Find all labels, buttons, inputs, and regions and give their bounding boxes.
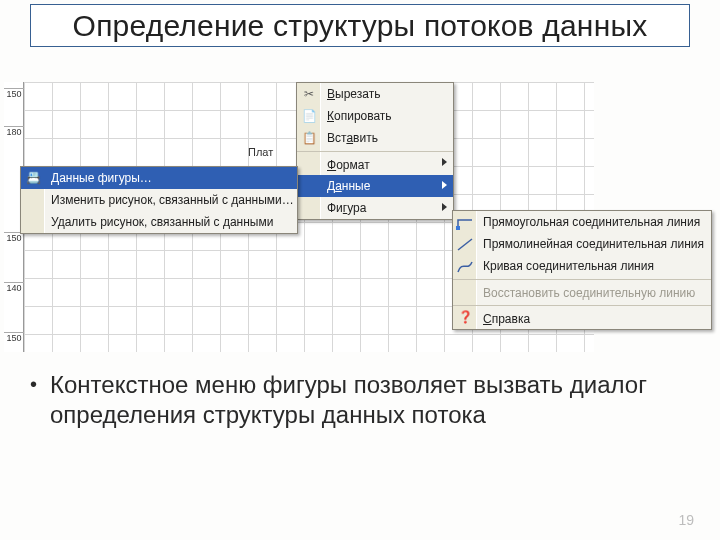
help-icon: ❓	[457, 309, 473, 325]
menu-item-label: Изменить рисунок, связанный с данными…	[51, 193, 294, 207]
menu-item-label: Справка	[483, 312, 530, 326]
submenu-item-delete-picture[interactable]: Удалить рисунок, связанный с данными	[21, 211, 297, 233]
menu-item-label: Фигура	[327, 201, 366, 215]
screenshot-area: 150 180 150 140 150 Плат ✂ Вырезать 📄 Ко…	[4, 82, 594, 352]
submenu-item-edit-picture[interactable]: Изменить рисунок, связанный с данными…	[21, 189, 297, 211]
menu-item-label: Прямоугольная соединительная линия	[483, 215, 700, 229]
menu-item-cut[interactable]: ✂ Вырезать	[297, 83, 453, 105]
submenu-item-straight-connector[interactable]: Прямолинейная соединительная линия	[453, 233, 711, 255]
menu-item-figure[interactable]: Фигура	[297, 197, 453, 219]
menu-item-label: Копировать	[327, 109, 392, 123]
bullet-text: Контекстное меню фигуры позволяет вызват…	[50, 371, 647, 428]
slide: Определение структуры потоков данных 150…	[0, 0, 720, 540]
elbow-connector-icon	[456, 214, 474, 230]
chevron-right-icon	[442, 203, 447, 211]
paste-icon: 📋	[301, 130, 317, 146]
submenu-item-help[interactable]: ❓ Справка	[453, 305, 711, 329]
menu-item-label: Прямолинейная соединительная линия	[483, 237, 704, 251]
copy-icon: 📄	[301, 108, 317, 124]
ruler-tick: 140	[4, 282, 24, 293]
menu-item-label: Данные	[327, 179, 370, 193]
menu-item-label: Вырезать	[327, 87, 380, 101]
curve-connector-icon	[456, 258, 474, 274]
slide-title: Определение структуры потоков данных	[41, 9, 679, 44]
straight-connector-icon	[456, 236, 474, 252]
menu-item-copy[interactable]: 📄 Копировать	[297, 105, 453, 127]
menu-item-data[interactable]: Данные	[297, 175, 453, 197]
figure-submenu: Прямоугольная соединительная линия Прямо…	[452, 210, 712, 330]
scissors-icon: ✂	[301, 86, 317, 102]
menu-item-paste[interactable]: 📋 Вставить	[297, 127, 453, 149]
bullet-paragraph: • Контекстное меню фигуры позволяет вызв…	[50, 370, 680, 430]
page-number: 19	[678, 512, 694, 528]
bullet-dot-icon: •	[30, 372, 37, 397]
properties-icon: 📇	[25, 170, 41, 186]
ruler-tick: 180	[4, 126, 24, 137]
menu-item-label: Вставить	[327, 131, 378, 145]
chevron-right-icon	[442, 158, 447, 166]
data-submenu: 📇 Данные фигуры… Изменить рисунок, связа…	[20, 166, 298, 234]
ruler-tick: 150	[4, 88, 24, 99]
submenu-item-restore-connector: Восстановить соединительную линию	[453, 279, 711, 303]
submenu-item-shape-data[interactable]: 📇 Данные фигуры…	[21, 167, 297, 189]
menu-item-label: Формат	[327, 158, 370, 172]
shape-partial-label: Плат	[248, 146, 273, 158]
menu-item-label: Восстановить соединительную линию	[483, 286, 695, 300]
title-box: Определение структуры потоков данных	[30, 4, 690, 47]
menu-item-label: Данные фигуры…	[51, 171, 152, 185]
menu-item-label: Удалить рисунок, связанный с данными	[51, 215, 273, 229]
ruler-tick: 150	[4, 332, 24, 343]
menu-item-format[interactable]: Формат	[297, 151, 453, 175]
submenu-item-curve-connector[interactable]: Кривая соединительная линия	[453, 255, 711, 277]
svg-rect-0	[456, 226, 460, 230]
svg-line-1	[458, 239, 472, 250]
menu-item-label: Кривая соединительная линия	[483, 259, 654, 273]
submenu-item-rect-connector[interactable]: Прямоугольная соединительная линия	[453, 211, 711, 233]
chevron-right-icon	[442, 181, 447, 189]
context-menu: ✂ Вырезать 📄 Копировать 📋 Вставить Форма…	[296, 82, 454, 220]
